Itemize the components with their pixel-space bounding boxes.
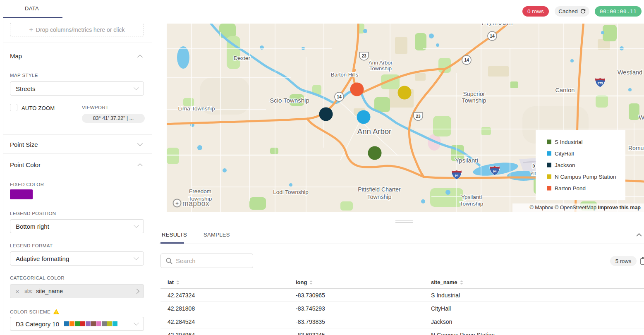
column-header-site_name[interactable]: site_name <box>424 276 644 288</box>
color-scheme-value: D3 Category 10 <box>16 321 59 328</box>
map-label: Township <box>369 65 392 72</box>
section-map[interactable]: Map <box>10 50 142 62</box>
tab-data[interactable]: DATA <box>25 5 39 12</box>
results-row-count: 5 rows <box>610 256 637 266</box>
scheme-swatch <box>80 321 85 326</box>
section-point-color[interactable]: Point Color <box>10 158 142 171</box>
legend-position-value: Bottom right <box>16 223 134 230</box>
map-attribution: © Mapbox © OpenStreetMap Improve this ma… <box>512 203 644 212</box>
auto-zoom-checkbox[interactable] <box>10 104 17 111</box>
cached-label: Cached <box>558 8 578 14</box>
table-cell: Jackson <box>424 315 644 328</box>
chevron-right-icon[interactable] <box>135 288 144 294</box>
search-input[interactable] <box>176 257 238 264</box>
point-cityhall[interactable] <box>357 110 371 124</box>
table-row: 42.247324-83.730965S Industrial <box>160 289 644 302</box>
route-shield-23: 23 <box>359 52 369 60</box>
fixed-color-swatch[interactable] <box>10 189 33 199</box>
remove-column-icon[interactable]: × <box>10 288 24 295</box>
legend-swatch <box>547 151 551 156</box>
scheme-swatch <box>102 321 107 326</box>
section-divider <box>3 134 152 135</box>
map-label: Dexter <box>234 55 250 61</box>
legend-swatch <box>547 140 551 144</box>
categorical-color-field[interactable]: × abc site_name <box>10 284 144 298</box>
scheme-swatch <box>64 321 69 326</box>
results-search[interactable] <box>160 254 253 268</box>
active-tab-indicator <box>3 17 62 18</box>
color-scheme-label: COLOR SCHEME ! <box>10 309 60 315</box>
map-style-value: Streets <box>16 85 134 92</box>
map-label: Ann Arbor <box>369 60 393 66</box>
table-cell: S Industrial <box>424 289 644 302</box>
svg-text:14: 14 <box>490 34 495 38</box>
improve-map-link[interactable]: Improve this map <box>598 205 641 211</box>
plus-icon: + <box>29 26 33 34</box>
warning-icon: ! <box>53 309 60 315</box>
point-n-campus-pump-station[interactable] <box>398 86 412 100</box>
legend-label: N Campus Pump Station <box>555 174 616 180</box>
cached-badge[interactable]: Cached <box>555 6 589 17</box>
point-jackson[interactable] <box>319 108 333 121</box>
tab-results[interactable]: RESULTS <box>162 232 187 238</box>
sort-icon[interactable] <box>460 280 463 285</box>
dropzone-label: Drop columns/metrics here or click <box>36 26 125 33</box>
collapse-pane-button[interactable] <box>636 231 643 237</box>
sort-icon[interactable] <box>309 280 313 285</box>
svg-text:23: 23 <box>362 54 366 58</box>
chevron-down-icon <box>134 320 139 325</box>
color-scheme-swatches <box>64 321 117 326</box>
map-label: Township <box>462 97 486 104</box>
mapbox-logo[interactable]: ✦mapbox <box>173 199 210 208</box>
categorical-color-label: CATEGORICAL COLOR <box>10 275 65 280</box>
section-point-size-title: Point Size <box>10 141 38 148</box>
legend-position-label: LEGEND POSITION <box>10 211 56 216</box>
chevron-down-icon <box>137 141 143 146</box>
copy-icon[interactable] <box>640 257 644 266</box>
results-tabs-border <box>159 244 644 244</box>
svg-text:© Mapbox © OpenStreetMap Impro: © Mapbox © OpenStreetMap Improve this ma… <box>529 205 641 211</box>
column-header-long[interactable]: long <box>289 276 424 288</box>
point-barton-pond[interactable] <box>350 83 364 96</box>
color-scheme-select[interactable]: D3 Category 10 <box>10 317 144 331</box>
sort-icon[interactable] <box>176 280 180 285</box>
legend-position-select[interactable]: Bottom right <box>10 219 144 233</box>
svg-text:94: 94 <box>455 174 459 177</box>
results-table-header: latlongsite_name <box>160 276 644 289</box>
chevron-down-icon <box>134 223 139 228</box>
legend-swatch <box>547 186 551 191</box>
viewport-value: 83° 41' 37.22" | ... <box>82 114 145 123</box>
refresh-icon[interactable] <box>580 9 586 14</box>
table-row: 42.284524-83.793835Jackson <box>160 315 644 328</box>
pane-resize-handle[interactable] <box>395 220 413 223</box>
legend-label: CityHall <box>555 151 574 157</box>
svg-text:✦: ✦ <box>175 201 179 206</box>
query-timer-badge: 00:00:00.11 <box>595 6 642 17</box>
svg-text:94: 94 <box>493 170 497 173</box>
table-cell: CityHall <box>424 302 644 315</box>
tab-samples[interactable]: SAMPLES <box>203 232 230 238</box>
table-cell: -83.793835 <box>289 315 424 328</box>
route-shield-14: 14 <box>462 55 471 65</box>
column-label: long <box>296 279 307 285</box>
row-count-badge: 0 rows <box>522 6 549 17</box>
legend-swatch <box>547 163 551 168</box>
svg-text:!: ! <box>55 310 57 314</box>
map-label: Superior <box>463 91 485 97</box>
section-map-title: Map <box>10 53 22 60</box>
drop-columns-zone[interactable]: + Drop columns/metrics here or click <box>10 23 144 36</box>
viewport-label: VIEWPORT <box>82 105 108 110</box>
scheme-swatch <box>91 321 96 326</box>
section-point-size[interactable]: Point Size <box>10 138 142 151</box>
legend-label: Jackson <box>555 162 575 168</box>
column-label: site_name <box>431 279 457 285</box>
map-style-label: MAP STYLE <box>10 73 38 78</box>
map-canvas[interactable]: 14141423232759494PlymouthDexterAnn Arbor… <box>167 24 644 212</box>
column-header-lat[interactable]: lat <box>160 276 289 288</box>
map-style-select[interactable]: Streets <box>10 81 144 96</box>
svg-text:275: 275 <box>597 81 603 85</box>
table-row: 42.304964-83.693245N Campus Pump Station <box>160 328 644 335</box>
point-s-industrial[interactable] <box>368 146 382 160</box>
categorical-color-value: site_name <box>36 288 135 294</box>
legend-format-select[interactable]: Adaptive formatting <box>10 251 144 266</box>
